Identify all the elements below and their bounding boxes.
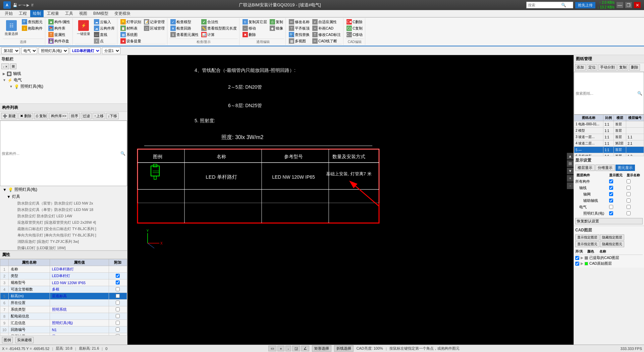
drawings-locate-btn[interactable]: 定位: [587, 64, 597, 71]
find-replace-btn[interactable]: 🔍 查找替换: [288, 32, 311, 38]
props-cell-check[interactable]: [109, 306, 127, 313]
props-cell-check[interactable]: [109, 273, 127, 279]
record-mgmt-btn[interactable]: 📝 记录管理: [143, 19, 166, 25]
props-cell-check[interactable]: [109, 313, 127, 320]
light-identify-btn[interactable]: 💡 灯带识别: [119, 19, 142, 25]
drawing-row-5[interactable]: 5 — 1:1 首层: [574, 147, 644, 153]
find-element-btn[interactable]: 🔍 查找图元: [21, 19, 44, 25]
ds-cell-show[interactable]: [608, 185, 625, 191]
floor-select[interactable]: 第3层: [1, 47, 20, 54]
c-copy-btn[interactable]: C⎙ C复制: [345, 25, 364, 31]
cloud-lib-btn[interactable]: ☁ 云构件库: [93, 25, 116, 31]
ds-tab-element[interactable]: 图元显示: [615, 165, 635, 171]
line-btn[interactable]: — 直线: [93, 32, 116, 38]
drawings-delete-btn[interactable]: 删除: [629, 64, 640, 71]
category-select[interactable]: 电气: [21, 47, 37, 54]
hide-element-btn[interactable]: 隐藏指定图元: [600, 241, 624, 247]
drawing-row-4[interactable]: 4 坡道二层... 1:1 第2层 2.1: [574, 140, 644, 147]
props-cell-value[interactable]: LED单杆路灯: [50, 266, 109, 273]
comp-down-btn[interactable]: ↓下移: [106, 113, 119, 119]
ds-cell-name[interactable]: [625, 185, 643, 191]
view-element-attr-btn[interactable]: ℹ 查看图元属性: [169, 32, 200, 38]
point-btn[interactable]: • 点: [93, 38, 116, 44]
props-cell-check[interactable]: [109, 266, 127, 273]
cad-nav-up[interactable]: ▲: [567, 153, 574, 160]
rect-select-btn[interactable]: 矩形选择: [312, 345, 331, 352]
adapt-attr-btn[interactable]: ≠ 自适应属性: [311, 19, 342, 25]
props-row-2[interactable]: 2 类型 LED单杆灯: [0, 273, 127, 279]
calc-btn[interactable]: 📊 计算: [200, 32, 238, 38]
ds-cell-show[interactable]: [608, 197, 625, 204]
props-cell-value[interactable]: LED NW 120W IP65: [50, 279, 109, 286]
c-move-btn[interactable]: C↔ C移动: [345, 32, 364, 38]
minimize-button[interactable]: —: [616, 2, 623, 8]
menu-item-quantity[interactable]: 工程量: [44, 10, 62, 17]
delete-btn[interactable]: ✖ 删除: [241, 32, 268, 38]
menu-item-draw[interactable]: 绘制: [30, 10, 44, 17]
cad-canvas-area[interactable]: 4、管线配合（-最细管内只能放回路-照明回路）: 2～5层: DN20管 6～8…: [127, 55, 574, 345]
rect-icon-btn[interactable]: ▭: [268, 346, 276, 351]
grab-component-btn[interactable]: ✋ 抱取构件: [21, 25, 44, 31]
check-circuit-btn[interactable]: ⛯ 检查回路: [169, 25, 200, 31]
props-cell-value[interactable]: 层底标高: [50, 293, 109, 300]
search-input[interactable]: [527, 3, 560, 7]
cad-nav-fit[interactable]: ⊞: [567, 160, 574, 167]
c-delete-btn[interactable]: C✖ C删除: [345, 19, 364, 25]
ds-cell-name[interactable]: [625, 197, 643, 204]
nav-electrical-item[interactable]: ▼ ⚡ 电气: [1, 77, 126, 83]
comp-item-6[interactable]: 消防应急灯 [应急灯 TY-ZFJC系列 3w]: [0, 238, 127, 245]
copy-btn[interactable]: ⎙ 复制: [269, 19, 284, 25]
comp-item-0[interactable]: 防水防尘灯具（双管）防水防尘灯 LED NW 2x: [0, 200, 127, 207]
drawing-row-3[interactable]: 3 坡道一层... 1:1 首层 1.1: [574, 134, 644, 140]
restore-button[interactable]: ❐: [625, 2, 632, 8]
restore-defaults-btn[interactable]: 恢复默认设置: [575, 218, 643, 224]
diagonal-icon-btn[interactable]: ◲: [292, 346, 300, 351]
props-solid-model-btn[interactable]: 实体建模: [15, 337, 34, 343]
component-lib-btn[interactable]: 📚 构件库: [47, 25, 71, 31]
comp-filter-btn[interactable]: 过滤: [81, 113, 92, 119]
legal-btn[interactable]: ✔ 合法性: [200, 19, 238, 25]
layer-select[interactable]: 分层1: [102, 47, 120, 54]
ds-cell-name[interactable]: [625, 178, 643, 185]
add-cad-btn[interactable]: + 补画CAD: [311, 25, 342, 31]
menu-item-change[interactable]: 变更模块: [112, 10, 133, 17]
ds-tab-floor[interactable]: 楼层显示: [575, 165, 595, 171]
mirror-btn[interactable]: ◆ 镜像: [269, 25, 284, 31]
one-click-btn[interactable]: ⚡ 一键提量: [75, 19, 92, 38]
multi-view-btn[interactable]: ▦ 多视图: [288, 38, 311, 44]
props-cell-value[interactable]: 照明系统: [50, 306, 109, 313]
drawings-copy-btn[interactable]: 复制: [618, 64, 628, 71]
comp-item-7[interactable]: 防爆LED灯 [LED吸顶灯 18W]: [0, 245, 127, 250]
props-cell-value[interactable]: [50, 300, 109, 306]
ds-tab-dimension[interactable]: 分维显示: [595, 165, 615, 171]
drawing-row-1[interactable]: 1 电路-000-01... 1:1 首层: [574, 121, 644, 128]
props-cell-check[interactable]: [109, 300, 127, 306]
menu-item-tools[interactable]: 工具: [62, 10, 76, 17]
close-button[interactable]: ✕: [634, 2, 641, 8]
props-cell-check[interactable]: [109, 286, 127, 293]
cloud-input-btn[interactable]: ☁ 云输入: [93, 19, 116, 25]
drawing-row-2[interactable]: 2 模型 1:1 首层: [574, 128, 644, 134]
props-cell-check[interactable]: [109, 293, 127, 300]
props-row-7[interactable]: 7 系统类型 照明系统: [0, 306, 127, 313]
hide-layer-btn[interactable]: 隐藏指定图层: [600, 234, 624, 240]
nav-grid-btn[interactable]: ⊞: [10, 63, 16, 69]
ds-cell-show[interactable]: [608, 178, 625, 185]
comp-delete-btn[interactable]: ✖ 删除: [18, 113, 33, 119]
props-cell-value[interactable]: N1: [50, 326, 109, 333]
props-row-5[interactable]: 5 标高(m) 层底标高: [0, 293, 127, 300]
props-icon-view-btn[interactable]: 图例: [2, 337, 13, 343]
props-row-1[interactable]: 1 名称 LED单杆路灯: [0, 266, 127, 273]
props-cell-value[interactable]: LED单杆灯: [50, 273, 109, 279]
drawing-row-6[interactable]: 6 非机动车... 1:1 首层 1.2: [574, 153, 644, 156]
nav-minus-btn[interactable]: - ×: [1, 63, 9, 69]
ds-cell-show[interactable]: [608, 210, 625, 217]
view-length-btn[interactable]: 📏 查看线型图元长度: [200, 25, 238, 31]
comp-item-4[interactable]: 疏散出口标志灯 [安全出口标志灯 TY-BLJC系列 ]: [0, 226, 127, 232]
plus-icon-btn[interactable]: +: [277, 346, 284, 351]
props-row-3[interactable]: 3 规格型号 LED NW 120W IP65: [0, 279, 127, 286]
menu-item-bim[interactable]: BIM模型: [91, 10, 111, 17]
cad-nav-zoom-in[interactable]: +: [567, 175, 574, 182]
nav-axis-item[interactable]: ▶ 🔲 轴线: [1, 71, 126, 77]
batch-select-btn[interactable]: ☷ 批量选择: [3, 19, 20, 38]
